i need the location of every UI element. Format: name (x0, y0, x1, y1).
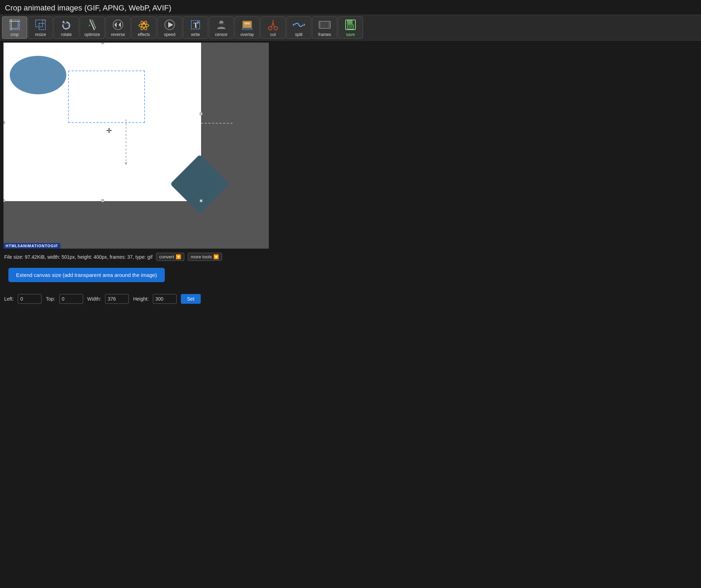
tool-censor-label: censor (215, 32, 228, 37)
optimize-icon (85, 18, 99, 31)
svg-rect-45 (322, 22, 328, 28)
svg-point-9 (89, 25, 90, 26)
tool-write[interactable]: T write (183, 16, 208, 39)
cut-icon (266, 18, 280, 31)
extend-canvas-container: Extend canvas size (add transparent area… (0, 263, 701, 289)
svg-rect-30 (244, 22, 250, 24)
tool-effects[interactable]: effects (131, 16, 156, 39)
resize-icon (34, 18, 47, 31)
convert-button[interactable]: convert 🔽 (156, 253, 184, 261)
svg-marker-41 (304, 23, 305, 26)
tool-cut-label: cut (270, 32, 276, 37)
page-title: Crop animated images (GIF, APNG, WebP, A… (0, 0, 701, 15)
frames-icon (318, 18, 332, 31)
left-label: Left: (4, 296, 14, 302)
file-info: File size: 97.42KiB, width: 501px, heigh… (4, 254, 153, 260)
tool-rotate-label: rotate (61, 32, 72, 37)
top-label: Top: (46, 296, 55, 302)
effects-icon (137, 18, 151, 31)
convert-label: convert (159, 254, 174, 259)
tool-frames-label: frames (318, 32, 331, 37)
tool-overlay-label: overlay (241, 32, 254, 37)
crop-handle-right[interactable] (200, 112, 202, 115)
write-icon: T (189, 18, 202, 31)
svg-point-36 (274, 27, 278, 30)
overlay-icon (240, 18, 254, 31)
controls-row: Left: Top: Width: Height: Set (0, 289, 701, 309)
svg-marker-40 (293, 23, 294, 26)
tool-split[interactable]: split (286, 16, 311, 39)
svg-marker-11 (115, 22, 117, 28)
width-label: Width: (87, 296, 101, 302)
crop-right-extension (201, 123, 233, 124)
svg-rect-44 (328, 22, 330, 28)
svg-marker-12 (119, 22, 121, 28)
tool-resize-label: resize (35, 32, 46, 37)
svg-point-19 (169, 24, 171, 26)
rotate-icon (59, 18, 73, 31)
svg-rect-53 (347, 20, 353, 24)
info-bar: File size: 97.42KiB, width: 501px, heigh… (0, 251, 701, 263)
more-tools-dropdown-icon: 🔽 (213, 254, 219, 259)
gif-label: HTML5ANIMATIONTOGIF (3, 243, 60, 249)
tool-reverse[interactable]: reverse (105, 16, 131, 39)
tool-reverse-label: reverse (111, 32, 125, 37)
save-icon (344, 18, 357, 31)
speed-icon (163, 18, 177, 31)
tool-save[interactable]: save (338, 16, 363, 39)
svg-line-38 (273, 23, 274, 27)
set-button[interactable]: Set (181, 294, 201, 304)
tool-split-label: split (295, 32, 302, 37)
svg-line-37 (272, 23, 273, 27)
toolbar: crop resize rotate (0, 15, 701, 41)
crop-icon (8, 18, 22, 31)
tool-speed[interactable]: speed (157, 16, 182, 39)
reverse-icon (111, 18, 125, 31)
censor-icon (214, 18, 228, 31)
crop-handle-bottom-right[interactable] (200, 199, 202, 202)
tool-optimize[interactable]: optimize (80, 16, 105, 39)
crop-handle-left[interactable] (3, 121, 5, 124)
tool-frames[interactable]: frames (312, 16, 337, 39)
more-tools-label: more tools (191, 254, 212, 259)
canvas-container[interactable]: ✛ ▼ HTML5ANIMATIONTOGIF (3, 43, 269, 249)
extend-canvas-button[interactable]: Extend canvas size (add transparent area… (8, 268, 165, 282)
width-input[interactable] (105, 294, 129, 304)
split-icon (292, 18, 306, 31)
tool-rotate[interactable]: rotate (54, 16, 79, 39)
tool-write-label: write (191, 32, 200, 37)
svg-rect-54 (348, 25, 353, 29)
svg-point-16 (142, 22, 145, 25)
tool-optimize-label: optimize (84, 32, 100, 37)
tool-censor[interactable]: censor (209, 16, 234, 39)
tool-speed-label: speed (164, 32, 176, 37)
tool-cut[interactable]: cut (260, 16, 286, 39)
oval-shape (10, 56, 66, 94)
svg-point-35 (268, 27, 272, 30)
tool-crop[interactable]: crop (2, 16, 27, 39)
height-label: Height: (133, 296, 148, 302)
tool-save-label: save (346, 32, 355, 37)
tool-resize[interactable]: resize (28, 16, 53, 39)
tool-crop-label: crop (10, 32, 19, 37)
top-input[interactable] (59, 294, 83, 304)
svg-rect-43 (320, 22, 321, 28)
tool-effects-label: effects (138, 32, 150, 37)
height-input[interactable] (153, 294, 177, 304)
tool-overlay[interactable]: overlay (235, 16, 260, 39)
convert-dropdown-icon: 🔽 (176, 254, 181, 259)
more-tools-button[interactable]: more tools 🔽 (188, 253, 222, 261)
left-input[interactable] (18, 294, 42, 304)
crop-handle-top[interactable] (101, 43, 104, 44)
crop-handle-bottom-left[interactable] (3, 199, 5, 202)
crop-handle-bottom[interactable] (101, 199, 104, 202)
svg-point-8 (90, 21, 92, 23)
